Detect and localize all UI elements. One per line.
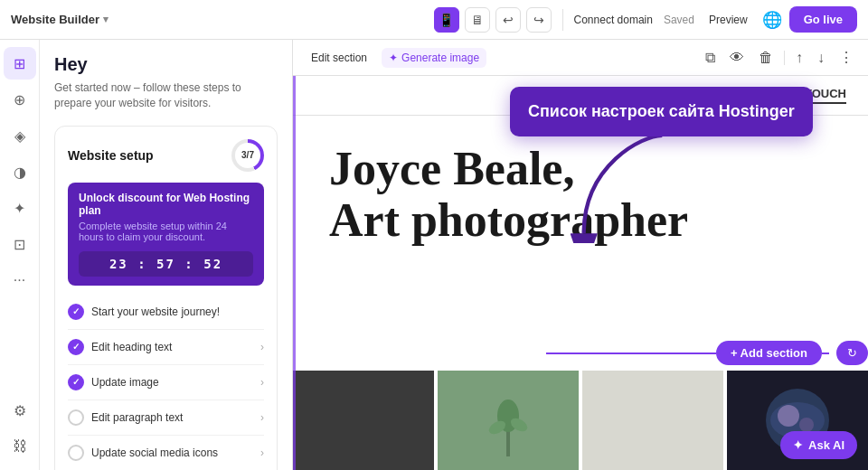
globe-icon[interactable]: 🌐	[762, 10, 782, 30]
add-section-button[interactable]: + Add section	[716, 341, 822, 365]
sidebar-icon-pages[interactable]: ⊞	[4, 47, 36, 80]
topbar: Website Builder ▾ 📱 🖥 ↩ ↪ Connect domain…	[0, 0, 868, 40]
gallery-item	[438, 371, 579, 470]
generate-label: Generate image	[401, 52, 479, 64]
undo-icon[interactable]: ↩	[495, 7, 521, 33]
svg-point-6	[778, 405, 799, 427]
gallery-item	[293, 371, 434, 470]
redo-icon[interactable]: ↪	[526, 7, 552, 33]
setup-progress-label: 3/7	[241, 150, 254, 160]
move-down-icon[interactable]: ↓	[814, 46, 828, 70]
brand-chevron-icon: ▾	[103, 14, 108, 25]
generate-image-button[interactable]: ✦ Generate image	[382, 48, 486, 68]
check-label: Start your website journey!	[91, 306, 220, 318]
chevron-right-icon: ›	[260, 376, 264, 389]
ask-ai-icon: ✦	[793, 438, 803, 452]
delete-icon[interactable]: 🗑	[755, 46, 777, 70]
edit-section-button[interactable]: Edit section	[304, 48, 374, 68]
desktop-icon[interactable]: 🖥	[465, 7, 490, 33]
check-empty-icon	[68, 445, 84, 461]
more-options-icon[interactable]: ⋮	[835, 45, 857, 70]
add-section-right-button[interactable]: ↻	[836, 341, 868, 365]
saved-status: Saved	[664, 14, 694, 26]
hero-title-line2: Art photographer	[329, 194, 688, 246]
gallery-strip	[293, 371, 868, 470]
list-item[interactable]: Start your website journey!	[68, 295, 264, 330]
nav-my-works[interactable]: MY WORKS	[675, 89, 741, 102]
ask-ai-button[interactable]: ✦ Ask AI	[780, 431, 857, 459]
sidebar-icons: ⊞ ⊕ ◈ ◑ ✦ ⊡ ··· ⚙ ⛓	[0, 40, 40, 470]
check-label: Edit paragraph text	[91, 411, 183, 424]
device-mobile-icon[interactable]: 📱	[434, 7, 459, 33]
setup-panel: Hey Get started now – follow these steps…	[40, 40, 293, 470]
ask-ai-label: Ask AI	[808, 438, 844, 452]
preview-icon[interactable]: 👁	[726, 46, 748, 70]
gallery-item	[582, 371, 723, 470]
setup-card-title: Website setup	[68, 148, 154, 163]
chevron-right-icon: ›	[260, 446, 264, 459]
nav-get-in-touch[interactable]: GET IN TOUCH	[762, 87, 846, 104]
setup-card-header: Website setup 3/7	[68, 139, 264, 172]
preview-nav: MY WORKS GET IN TOUCH	[293, 76, 868, 116]
hero-title-line1: Joyce Beale,	[329, 143, 574, 194]
divider	[562, 9, 563, 31]
copy-icon[interactable]: ⧉	[702, 46, 719, 70]
countdown-timer: 23 : 57 : 52	[79, 251, 253, 277]
star-icon: ✦	[389, 52, 398, 64]
topbar-icons: 📱 🖥 ↩ ↪	[434, 7, 552, 33]
chevron-right-icon: ›	[260, 341, 264, 353]
list-item[interactable]: Update social media icons ›	[68, 436, 264, 470]
brand-label: Website Builder	[11, 13, 99, 26]
check-label: Update social media icons	[91, 446, 218, 459]
sidebar-icon-theme[interactable]: ◑	[4, 155, 36, 188]
add-section-label: + Add section	[731, 346, 807, 360]
sidebar-icon-ai[interactable]: ✦	[4, 192, 36, 224]
main-layout: ⊞ ⊕ ◈ ◑ ✦ ⊡ ··· ⚙ ⛓ Hey Get started now …	[0, 40, 868, 470]
edit-toolbar: Edit section ✦ Generate image ⧉ 👁 🗑 ↑ ↓ …	[293, 40, 868, 76]
hero-section: Joyce Beale, Art photographer	[293, 116, 868, 264]
check-label: Edit heading text	[91, 341, 172, 353]
hero-title: Joyce Beale, Art photographer	[329, 143, 832, 246]
svg-point-7	[799, 418, 814, 432]
sidebar-icon-connect[interactable]: ⛓	[4, 430, 36, 463]
sidebar-icon-layers[interactable]: ◈	[4, 119, 36, 152]
check-done-icon	[68, 304, 84, 320]
sidebar-icon-shop[interactable]: ⊡	[4, 228, 36, 260]
move-up-icon[interactable]: ↑	[792, 46, 807, 70]
check-empty-icon	[68, 409, 84, 426]
go-live-button[interactable]: Go live	[789, 6, 857, 33]
check-label: Update image	[91, 376, 159, 389]
connect-domain-button[interactable]: Connect domain	[574, 14, 653, 26]
list-item[interactable]: Update image ›	[68, 365, 264, 400]
list-item[interactable]: Edit paragraph text ›	[68, 400, 264, 436]
website-preview: MY WORKS GET IN TOUCH Joyce Beale, Art p…	[293, 76, 868, 470]
canvas-area: Edit section ✦ Generate image ⧉ 👁 🗑 ↑ ↓ …	[293, 40, 868, 470]
setup-progress-ring: 3/7	[231, 139, 264, 172]
discount-subtitle: Complete website setup within 24 hours t…	[79, 221, 253, 242]
toolbar-separator	[784, 51, 785, 65]
panel-hey-title: Hey	[54, 54, 278, 75]
check-done-icon	[68, 374, 84, 390]
discount-title: Unlock discount for Web Hosting plan	[79, 192, 253, 217]
sidebar-icon-settings[interactable]: ⚙	[4, 394, 36, 427]
preview-button[interactable]: Preview	[702, 14, 755, 26]
list-item[interactable]: Edit heading text ›	[68, 330, 264, 365]
chevron-right-icon: ›	[260, 411, 264, 424]
checklist: Start your website journey! Edit heading…	[68, 295, 264, 470]
discount-banner: Unlock discount for Web Hosting plan Com…	[68, 183, 264, 286]
check-done-icon	[68, 339, 84, 355]
sidebar-icon-add[interactable]: ⊕	[4, 83, 36, 116]
sidebar-icon-more[interactable]: ···	[4, 264, 36, 296]
setup-card: Website setup 3/7 Unlock discount for We…	[54, 126, 278, 470]
panel-subtitle: Get started now – follow these steps to …	[54, 80, 278, 111]
brand[interactable]: Website Builder ▾	[11, 13, 108, 26]
